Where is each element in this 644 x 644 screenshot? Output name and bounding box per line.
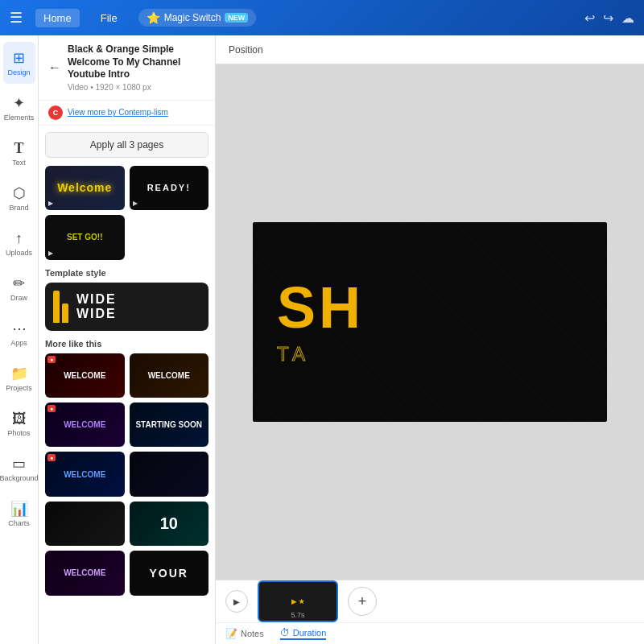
- add-icon: +: [358, 593, 367, 610]
- sidebar-item-text-label: Text: [12, 159, 26, 167]
- brand-icon: ⬡: [13, 184, 26, 202]
- more-thumb-5[interactable]: ● WELCOME: [45, 452, 125, 496]
- style-bar-2: [62, 303, 68, 323]
- sidebar-item-brand[interactable]: ⬡ Brand: [3, 177, 35, 219]
- nav-tab-file[interactable]: File: [93, 9, 126, 27]
- sidebar-item-draw-label: Draw: [10, 294, 27, 302]
- more-thumb-10-label: YOUR: [148, 565, 190, 581]
- panel-title-block: Black & Orange Simple Welcome To My Chan…: [68, 43, 205, 92]
- preview-thumb-welcome[interactable]: Welcome ▶: [45, 166, 125, 210]
- more-thumb-3[interactable]: ● WELCOME: [45, 402, 125, 447]
- sidebar-item-draw[interactable]: ✏ Draw: [3, 267, 35, 309]
- sidebar-item-text[interactable]: T Text: [3, 132, 35, 174]
- notes-tab-label: Notes: [241, 629, 264, 638]
- sidebar-item-uploads[interactable]: ↑ Uploads: [3, 222, 35, 264]
- template-style-box[interactable]: WIDE WIDE: [45, 283, 208, 331]
- redo-icon[interactable]: ↪: [603, 10, 613, 26]
- thumb-play-icon-2: ▶: [133, 200, 138, 207]
- thumb-play-icon-1: ▶: [48, 200, 53, 207]
- menu-icon[interactable]: ☰: [10, 9, 23, 27]
- play-button[interactable]: ▶: [225, 590, 248, 613]
- sidebar-item-charts[interactable]: 📊 Charts: [3, 493, 35, 535]
- bottom-bar: ▶ ▶ ★ 5.7s + 📝 Notes ⏱: [216, 580, 644, 644]
- magic-switch-button[interactable]: ⭐ Magic Switch NEW: [138, 9, 257, 27]
- add-clip-button[interactable]: +: [348, 587, 377, 616]
- author-link[interactable]: View more by Contemp-lism: [68, 108, 168, 117]
- template-style-label: Template style: [45, 268, 208, 278]
- sidebar-item-projects-label: Projects: [6, 384, 32, 392]
- background-icon: ▭: [12, 455, 26, 473]
- more-thumb-5-badge: ●: [47, 454, 56, 461]
- sidebar-item-design[interactable]: ⊞ Design: [3, 42, 35, 84]
- nav-actions: ↩ ↪ ☁: [584, 10, 634, 26]
- sidebar-item-brand-label: Brand: [9, 204, 28, 212]
- preview-thumb-set-go[interactable]: SET GO!! ▶: [45, 215, 125, 259]
- thumb-welcome-text: Welcome: [57, 181, 112, 194]
- canvas-top-bar: Position: [216, 35, 644, 64]
- charts-icon: 📊: [10, 500, 28, 518]
- elements-icon: ✦: [13, 94, 25, 112]
- preview-thumb-ready[interactable]: READY! ▶: [130, 166, 209, 210]
- timeline-clip[interactable]: ▶ ★ 5.7s: [258, 580, 338, 622]
- magic-switch-badge: NEW: [225, 13, 248, 23]
- sidebar-item-elements-label: Elements: [4, 114, 35, 122]
- style-bars: [53, 291, 68, 323]
- more-like-this-label: More like this: [45, 339, 208, 349]
- thumb-ready-text: READY!: [147, 183, 191, 192]
- apps-icon: ⋯: [12, 320, 27, 337]
- more-thumb-10[interactable]: YOUR: [130, 551, 209, 595]
- duration-tab-label: Duration: [293, 628, 327, 638]
- canvas-frame: SH TA: [253, 222, 607, 422]
- sidebar-item-projects[interactable]: 📁 Projects: [3, 357, 35, 399]
- position-label: Position: [229, 44, 263, 56]
- photos-icon: 🖼: [12, 411, 27, 427]
- style-text-line-1: WIDE: [76, 292, 117, 307]
- more-thumb-8[interactable]: 10: [130, 502, 209, 546]
- tab-duration[interactable]: ⏱ Duration: [280, 627, 327, 640]
- more-thumb-1[interactable]: ● WELCOME: [45, 353, 125, 398]
- bottom-timeline: ▶ ▶ ★ 5.7s +: [216, 580, 644, 622]
- icon-sidebar: ⊞ Design ✦ Elements T Text ⬡ Brand ↑ Upl…: [0, 35, 39, 644]
- sidebar-item-background[interactable]: ▭ Background: [3, 448, 35, 489]
- main-layout: ⊞ Design ✦ Elements T Text ⬡ Brand ↑ Upl…: [0, 35, 644, 644]
- undo-icon[interactable]: ↩: [584, 10, 595, 26]
- uploads-icon: ↑: [15, 230, 23, 247]
- magic-switch-label: Magic Switch: [164, 12, 221, 23]
- tab-notes[interactable]: 📝 Notes: [225, 628, 264, 639]
- more-thumb-6[interactable]: ​: [130, 452, 209, 496]
- more-thumb-9[interactable]: WELCOME: [45, 551, 125, 595]
- more-thumb-5-label: WELCOME: [62, 469, 107, 481]
- bottom-tabs: 📝 Notes ⏱ Duration: [216, 622, 644, 644]
- back-button[interactable]: ←: [48, 60, 61, 75]
- more-thumb-8-label: 10: [159, 513, 180, 535]
- author-avatar: C: [48, 105, 63, 120]
- play-icon: ▶: [233, 597, 240, 606]
- more-thumb-7[interactable]: ​: [45, 502, 125, 546]
- panel-header: ← Black & Orange Simple Welcome To My Ch…: [39, 35, 215, 101]
- panel-author: C View more by Contemp-lism: [39, 101, 215, 126]
- more-thumb-2[interactable]: WELCOME: [130, 353, 209, 398]
- sidebar-item-elements[interactable]: ✦ Elements: [3, 87, 35, 129]
- more-thumb-9-label: WELCOME: [62, 567, 107, 579]
- notes-tab-icon: 📝: [225, 628, 237, 639]
- panel-subtitle: Video • 1920 × 1080 px: [68, 83, 205, 92]
- more-thumb-4[interactable]: STARTING SOON: [130, 402, 209, 447]
- more-thumb-3-label: WELCOME: [62, 419, 107, 431]
- projects-icon: 📁: [10, 365, 28, 382]
- apply-all-button[interactable]: Apply all 3 pages: [45, 132, 208, 158]
- more-thumb-4-label: STARTING SOON: [134, 419, 204, 431]
- sidebar-item-background-label: Background: [0, 474, 39, 482]
- duration-tab-icon: ⏱: [280, 627, 290, 638]
- draw-icon: ✏: [13, 275, 25, 292]
- preview-grid: Welcome ▶ READY! ▶ SET GO!! ▶: [45, 166, 208, 260]
- sidebar-item-apps[interactable]: ⋯ Apps: [3, 312, 35, 354]
- nav-tab-home[interactable]: Home: [35, 9, 80, 27]
- cloud-icon[interactable]: ☁: [621, 10, 634, 26]
- sidebar-item-charts-label: Charts: [8, 519, 30, 527]
- thumb-set-go-text: SET GO!!: [67, 233, 102, 242]
- canvas-main[interactable]: SH TA: [216, 64, 644, 580]
- more-thumb-1-label: WELCOME: [62, 369, 107, 382]
- more-thumb-7-label: ​: [83, 518, 86, 530]
- sidebar-item-photos[interactable]: 🖼 Photos: [3, 402, 35, 444]
- sidebar-item-photos-label: Photos: [7, 429, 30, 437]
